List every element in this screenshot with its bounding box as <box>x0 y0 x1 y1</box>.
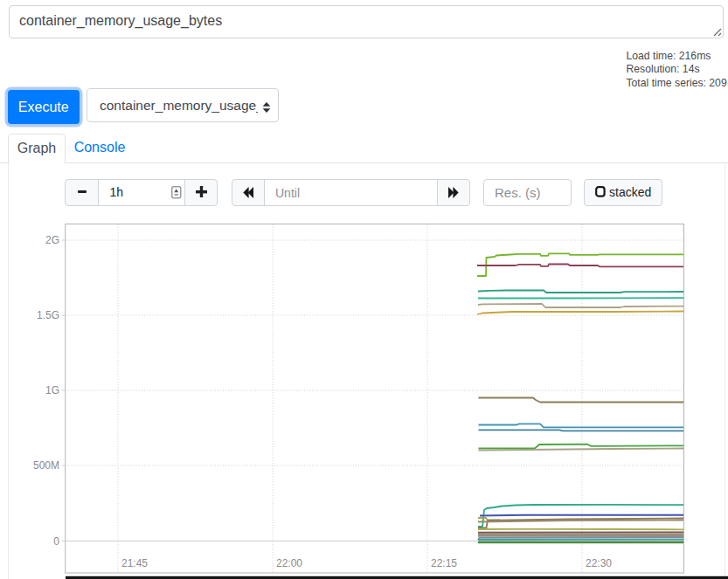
svg-text:22:30: 22:30 <box>586 557 612 569</box>
svg-text:1G: 1G <box>45 384 59 396</box>
svg-text:2G: 2G <box>45 234 59 246</box>
svg-text:22:00: 22:00 <box>276 557 302 569</box>
svg-text:1.5G: 1.5G <box>37 309 59 321</box>
svg-text:22:15: 22:15 <box>431 557 457 569</box>
svg-text:0: 0 <box>53 535 59 548</box>
svg-text:21:45: 21:45 <box>121 557 148 569</box>
svg-text:500M: 500M <box>33 459 59 472</box>
